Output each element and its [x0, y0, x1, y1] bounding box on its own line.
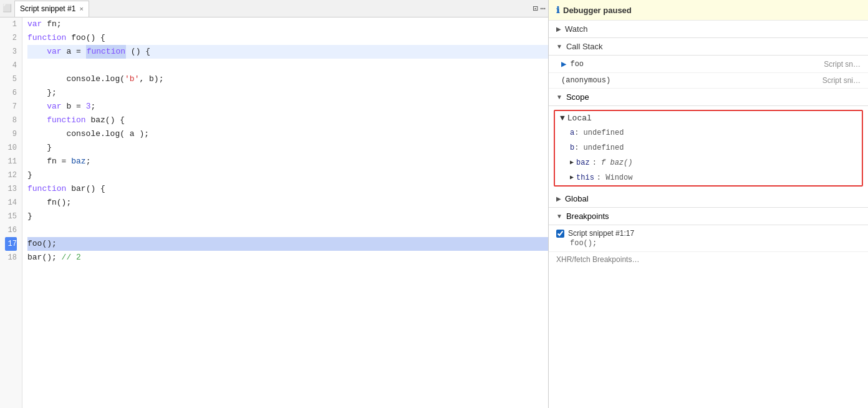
code-line-5: console.log('b', b); — [27, 72, 548, 86]
call-stack-label: Call Stack — [566, 42, 603, 51]
tab-label: Script snippet #1 — [20, 4, 75, 13]
code-line-6: }; — [27, 86, 548, 100]
debugger-notice: ℹ Debugger paused — [549, 0, 868, 21]
call-stack-item-anonymous[interactable]: (anonymous) Script sni… — [549, 73, 868, 89]
line-num-7: 7 — [5, 100, 17, 114]
code-line-18: bar(); // 2 — [27, 251, 548, 265]
breakpoints-header[interactable]: ▼ Breakpoints — [549, 208, 868, 225]
call-stack-section-header[interactable]: ▼ Call Stack — [549, 38, 868, 56]
line-num-18: 18 — [5, 251, 17, 265]
line-num-17: 17 — [5, 237, 17, 251]
call-stack-item-foo[interactable]: ▶ foo Script sn… — [549, 56, 868, 73]
line-num-10: 10 — [5, 141, 17, 155]
code-line-10: } — [27, 141, 548, 155]
scope-item-baz[interactable]: ▶ baz: f baz() — [555, 155, 862, 170]
debugger-notice-text: Debugger paused — [563, 6, 632, 15]
editor-panel: ⬜ Script snippet #1 × ⊡ ⋯ 1 2 3 4 5 6 7 … — [0, 0, 549, 408]
code-line-16 — [27, 223, 548, 237]
watch-label: Watch — [565, 24, 587, 34]
code-line-1: var fn; — [27, 17, 548, 31]
call-stack-foo-name: foo — [570, 60, 584, 69]
breakpoint-code-1: foo(); — [556, 239, 861, 248]
call-stack-anonymous-file: Script sni… — [822, 76, 861, 85]
line-num-16: 16 — [5, 223, 17, 237]
file-icon: ⬜ — [2, 4, 12, 13]
line-num-3: 3 — [5, 45, 17, 59]
line-num-12: 12 — [5, 168, 17, 182]
global-triangle-icon: ▶ — [556, 195, 561, 202]
call-stack-foo-file: Script sn… — [824, 60, 861, 69]
toolbar-icons: ⊡ ⋯ — [533, 3, 546, 14]
breakpoint-file-1: Script snippet #1:17 — [568, 229, 634, 238]
breakpoints-triangle-icon: ▼ — [556, 213, 562, 220]
code-line-12: } — [27, 168, 548, 182]
line-num-4: 4 — [5, 59, 17, 72]
code-line-14: fn(); — [27, 196, 548, 210]
line-num-11: 11 — [5, 155, 17, 168]
active-frame-icon: ▶ — [561, 59, 566, 69]
global-label: Global — [565, 194, 589, 203]
code-area: 1 2 3 4 5 6 7 8 9 10 11 12 13 14 15 16 1… — [0, 17, 548, 408]
debugger-panel: ℹ Debugger paused ▶ Watch ▼ Call Stack ▶… — [549, 0, 868, 408]
line-num-14: 14 — [5, 196, 17, 210]
watch-triangle-icon: ▶ — [556, 26, 561, 32]
scope-section-header[interactable]: ▼ Scope — [549, 89, 868, 106]
tab-close-button[interactable]: × — [79, 5, 83, 12]
this-expand-icon: ▶ — [570, 172, 574, 184]
code-line-3: var a = function () { — [27, 45, 548, 59]
scope-local-box: ▼ Local a: undefined b: undefined ▶ baz:… — [554, 110, 863, 187]
line-num-9: 9 — [5, 127, 17, 141]
breakpoint-checkbox-1[interactable] — [556, 230, 564, 238]
scope-triangle-icon: ▼ — [556, 94, 562, 100]
code-line-17: foo(); — [27, 237, 548, 251]
expand-icon[interactable]: ⊡ — [533, 3, 538, 14]
line-numbers: 1 2 3 4 5 6 7 8 9 10 11 12 13 14 15 16 1… — [0, 17, 22, 408]
scope-item-this[interactable]: ▶ this: Window — [555, 170, 862, 185]
watch-section-header[interactable]: ▶ Watch — [549, 21, 868, 38]
line-num-6: 6 — [5, 86, 17, 100]
scope-item-b: b: undefined — [555, 140, 862, 155]
code-line-9: console.log( a ); — [27, 127, 548, 141]
global-section-header[interactable]: ▶ Global — [549, 190, 868, 208]
scope-local-label: Local — [567, 114, 592, 123]
scope-local-header[interactable]: ▼ Local — [555, 111, 862, 125]
code-line-4 — [27, 59, 548, 72]
line-num-1: 1 — [5, 17, 17, 31]
line-num-2: 2 — [5, 31, 17, 45]
line-num-8: 8 — [5, 114, 17, 127]
line-num-5: 5 — [5, 72, 17, 86]
call-stack-triangle-icon: ▼ — [556, 43, 562, 50]
code-line-2: function foo() { — [27, 31, 548, 45]
scope-item-a: a: undefined — [555, 125, 862, 140]
info-icon: ℹ — [556, 5, 559, 15]
more-options-icon[interactable]: ⋯ — [541, 3, 546, 14]
scope-label: Scope — [566, 92, 589, 102]
code-line-7: var b = 3; — [27, 100, 548, 114]
more-breakpoints-hint: XHR/fetch Breakpoints… — [549, 252, 868, 267]
line-num-13: 13 — [5, 182, 17, 196]
code-line-13: function bar() { — [27, 182, 548, 196]
baz-expand-icon: ▶ — [570, 157, 574, 169]
call-stack-anonymous-name: (anonymous) — [561, 76, 610, 85]
editor-tab[interactable]: Script snippet #1 × — [14, 1, 89, 17]
breakpoint-item-1: Script snippet #1:17 foo(); — [549, 225, 868, 252]
local-triangle-icon: ▼ — [560, 114, 565, 123]
breakpoints-section: ▼ Breakpoints Script snippet #1:17 foo()… — [549, 208, 868, 267]
breakpoints-label: Breakpoints — [566, 211, 609, 221]
editor-tab-bar: ⬜ Script snippet #1 × ⊡ ⋯ — [0, 0, 548, 17]
line-num-15: 15 — [5, 210, 17, 223]
code-line-8: function baz() { — [27, 114, 548, 127]
code-line-15: } — [27, 210, 548, 223]
code-line-11: fn = baz; — [27, 155, 548, 168]
code-lines: var fn; function foo() { var a = functio… — [22, 17, 548, 408]
